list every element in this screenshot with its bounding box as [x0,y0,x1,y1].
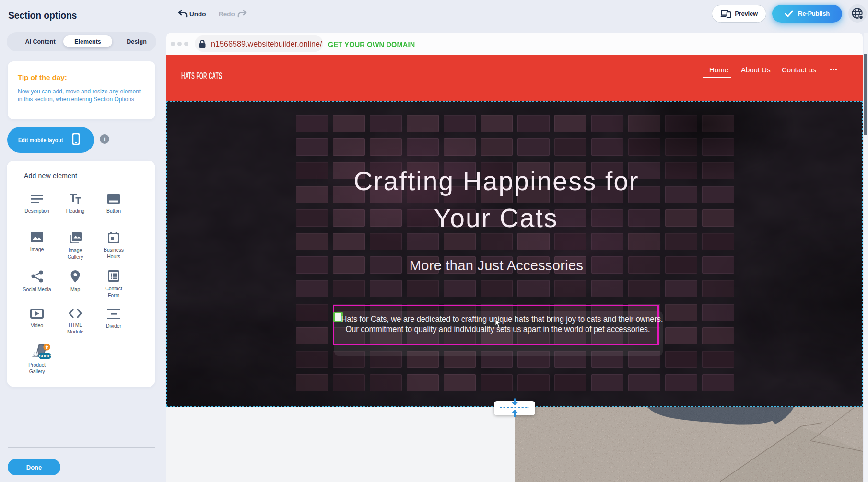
svg-text:SHOP: SHOP [39,354,51,358]
